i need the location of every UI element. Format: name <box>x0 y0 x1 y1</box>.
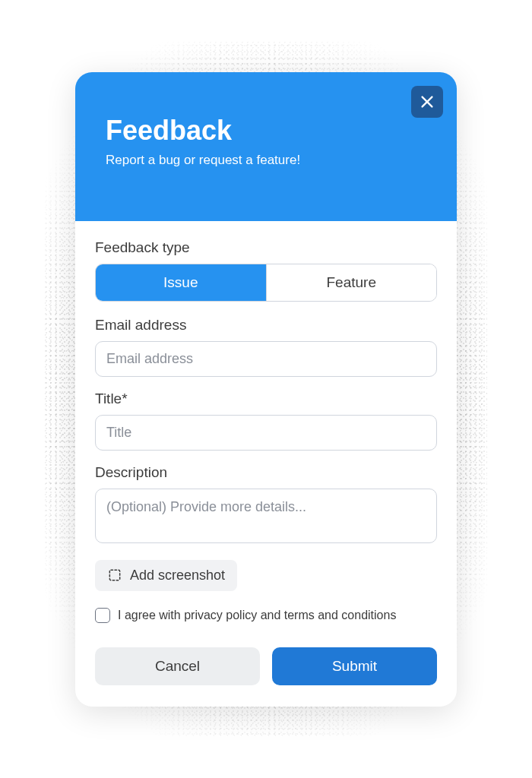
title-field[interactable] <box>95 415 437 451</box>
email-field[interactable] <box>95 341 437 377</box>
close-icon <box>419 93 435 110</box>
add-screenshot-label: Add screenshot <box>130 568 225 584</box>
email-label: Email address <box>95 317 437 334</box>
agree-label[interactable]: I agree with privacy policy and terms an… <box>118 609 396 622</box>
modal-subtitle: Report a bug or request a feature! <box>106 153 426 168</box>
feedback-type-segmented: Issue Feature <box>95 264 437 302</box>
feedback-modal: Feedback Report a bug or request a featu… <box>75 72 457 707</box>
description-field[interactable] <box>95 489 437 543</box>
close-button[interactable] <box>411 86 443 118</box>
cancel-button[interactable]: Cancel <box>95 647 260 685</box>
svg-rect-2 <box>109 570 119 580</box>
modal-title: Feedback <box>106 115 426 147</box>
screenshot-icon <box>107 568 122 583</box>
submit-button[interactable]: Submit <box>272 647 437 685</box>
description-label: Description <box>95 464 437 481</box>
tab-issue[interactable]: Issue <box>96 264 266 301</box>
feedback-type-label: Feedback type <box>95 239 437 256</box>
agree-row: I agree with privacy policy and terms an… <box>95 608 437 623</box>
modal-body: Feedback type Issue Feature Email addres… <box>75 221 457 707</box>
add-screenshot-button[interactable]: Add screenshot <box>95 560 237 591</box>
footer-row: Cancel Submit <box>95 647 437 685</box>
agree-checkbox[interactable] <box>95 608 110 623</box>
modal-header: Feedback Report a bug or request a featu… <box>75 72 457 221</box>
title-label: Title* <box>95 391 437 407</box>
tab-feature[interactable]: Feature <box>266 264 437 301</box>
